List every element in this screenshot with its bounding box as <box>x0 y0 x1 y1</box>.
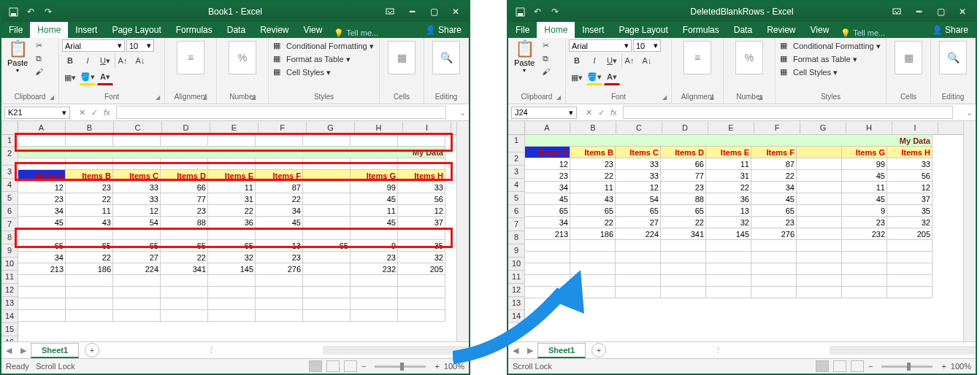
cell[interactable] <box>842 252 887 263</box>
row-header[interactable]: 6 <box>1 205 18 218</box>
cell[interactable]: 33 <box>113 182 161 193</box>
cell[interactable] <box>303 287 351 298</box>
cell[interactable]: 35 <box>887 205 933 217</box>
col-header[interactable]: D <box>662 121 708 134</box>
row-header[interactable]: 16 <box>1 336 18 341</box>
col-header[interactable]: E <box>210 121 259 134</box>
cell[interactable]: 12 <box>525 158 570 170</box>
cell[interactable] <box>616 287 661 298</box>
redo-icon[interactable]: ↷ <box>42 6 54 18</box>
cell[interactable] <box>751 252 797 263</box>
dialog-launcher-icon[interactable]: ◢ <box>251 94 256 101</box>
cell[interactable]: 65 <box>161 240 208 252</box>
cell[interactable] <box>398 135 445 147</box>
cell[interactable] <box>570 275 616 287</box>
cell[interactable] <box>303 182 351 193</box>
new-sheet-button[interactable]: + <box>592 343 606 357</box>
cell[interactable] <box>161 228 208 240</box>
cut-icon[interactable]: ✂ <box>32 39 45 51</box>
cell[interactable] <box>887 240 933 252</box>
worksheet-area[interactable]: ABCDEFGHI1234567891011121314My DataItems… <box>508 121 976 341</box>
cell[interactable] <box>256 135 303 147</box>
expand-formula-bar-icon[interactable]: ⌄ <box>963 108 976 117</box>
cell-grid[interactable]: My DataItems AItems BItems CItems DItems… <box>524 134 933 298</box>
row-header[interactable]: 3 <box>1 166 18 179</box>
cell[interactable] <box>797 147 842 158</box>
ribbon-options-icon[interactable] <box>887 4 907 20</box>
cell[interactable]: 65 <box>66 240 113 252</box>
cell[interactable]: 11 <box>842 182 887 193</box>
cell[interactable]: 23 <box>842 217 887 228</box>
cell[interactable]: 65 <box>113 240 161 252</box>
cell[interactable] <box>351 135 398 147</box>
cell[interactable]: 13 <box>256 240 303 252</box>
cell[interactable] <box>208 135 256 147</box>
cell[interactable] <box>66 310 113 322</box>
cell[interactable] <box>351 228 398 240</box>
cells-icon[interactable]: ▦ <box>388 41 416 74</box>
cell[interactable]: 99 <box>351 182 398 193</box>
cancel-icon[interactable]: ✕ <box>79 108 85 117</box>
row-header[interactable]: 12 <box>508 284 524 297</box>
new-sheet-button[interactable]: + <box>85 343 99 357</box>
cell[interactable] <box>256 287 303 298</box>
cell[interactable]: 205 <box>887 228 933 240</box>
sheet-tab[interactable]: Sheet1 <box>31 343 79 358</box>
cell[interactable]: 88 <box>161 217 208 228</box>
cell[interactable]: Items E <box>208 170 256 182</box>
cell[interactable]: 65 <box>18 240 66 252</box>
cell[interactable]: 23 <box>751 217 797 228</box>
cell[interactable] <box>706 252 751 263</box>
col-header[interactable]: A <box>18 121 66 134</box>
cell[interactable] <box>161 275 208 287</box>
paste-button[interactable]: 📋Paste▾ <box>511 39 537 77</box>
col-header[interactable]: H <box>355 121 403 134</box>
row-header[interactable]: 2 <box>1 147 18 166</box>
cell[interactable] <box>616 275 661 287</box>
cell[interactable]: 23 <box>18 193 66 205</box>
cell[interactable]: 45 <box>842 193 887 205</box>
fx-icon[interactable]: fx <box>610 108 617 117</box>
minimize-button[interactable]: ━ <box>908 4 929 20</box>
decrease-font-icon[interactable]: A↓ <box>132 53 148 68</box>
cell[interactable]: 45 <box>525 193 570 205</box>
horizontal-scrollbar[interactable] <box>830 346 976 355</box>
cell[interactable]: Items A <box>18 170 66 182</box>
underline-button[interactable]: U ▾ <box>604 53 620 68</box>
ribbon-options-icon[interactable] <box>380 4 400 20</box>
tab-split-icon[interactable]: ⋮ <box>710 346 727 355</box>
cell[interactable]: 22 <box>706 182 751 193</box>
maximize-button[interactable]: ▢ <box>930 4 951 20</box>
formula-bar[interactable] <box>116 106 446 119</box>
cell[interactable] <box>797 158 842 170</box>
font-name-select[interactable]: Arial▾ <box>569 39 632 52</box>
cell[interactable]: 186 <box>570 228 616 240</box>
minimize-button[interactable]: ━ <box>402 4 422 20</box>
cell[interactable] <box>616 252 661 263</box>
cell[interactable]: Items G <box>842 147 887 158</box>
page-layout-view-icon[interactable] <box>326 360 340 372</box>
cell[interactable]: 45 <box>351 217 398 228</box>
row-header[interactable]: 10 <box>508 258 524 271</box>
cell[interactable]: 45 <box>256 217 303 228</box>
cell[interactable]: 276 <box>256 263 303 275</box>
cell[interactable]: 45 <box>351 193 398 205</box>
cell[interactable]: 186 <box>66 263 113 275</box>
cell[interactable]: 66 <box>661 158 706 170</box>
sheet-nav-next-icon[interactable]: ▶ <box>16 346 31 355</box>
formula-bar[interactable] <box>623 106 953 119</box>
col-header[interactable]: G <box>307 121 355 134</box>
maximize-button[interactable]: ▢ <box>424 4 444 20</box>
cell[interactable] <box>398 275 445 287</box>
tab-view[interactable]: View <box>803 22 837 38</box>
enter-icon[interactable]: ✓ <box>91 108 98 117</box>
cell[interactable]: 22 <box>570 170 616 182</box>
cell[interactable]: 205 <box>398 263 445 275</box>
cell[interactable]: 45 <box>751 193 797 205</box>
cell[interactable] <box>842 263 887 275</box>
cell[interactable]: 34 <box>18 205 66 217</box>
cell[interactable]: Items E <box>706 147 751 158</box>
cell[interactable] <box>797 205 842 217</box>
cell[interactable]: 11 <box>706 158 751 170</box>
tab-home[interactable]: Home <box>30 22 68 38</box>
